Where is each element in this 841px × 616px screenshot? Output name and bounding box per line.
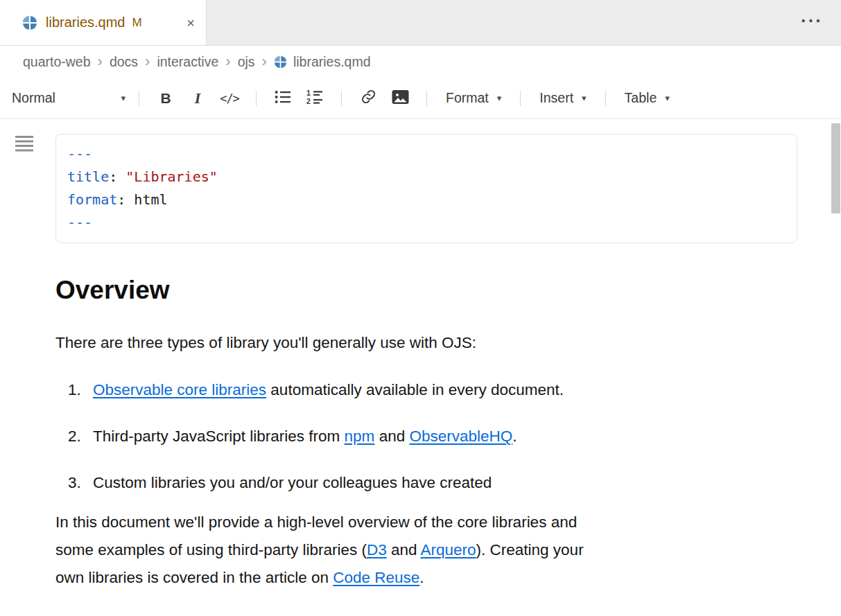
list-item-text: automatically available in every documen…	[266, 381, 564, 398]
numbered-list-icon: 1 2	[306, 89, 324, 107]
editor-content: --- title: "Libraries" format: html --- …	[0, 119, 841, 615]
closing-paragraph[interactable]: In this document we'll provide a high-le…	[55, 509, 797, 592]
link-code-reuse[interactable]: Code Reuse	[333, 569, 419, 586]
italic-button[interactable]: I	[182, 85, 214, 112]
list-item-1[interactable]: 1. Observable core libraries automatical…	[68, 381, 797, 399]
yaml-format-value: html	[134, 191, 167, 208]
chevron-right-icon: ›	[262, 54, 267, 69]
yaml-line: ---	[67, 143, 786, 166]
bold-button[interactable]: B	[150, 85, 182, 112]
formatting-toolbar: Normal ▾ B I </> 1 2	[0, 78, 841, 119]
table-menu-label: Table	[625, 90, 657, 106]
paragraph-text: ). Creating your	[476, 541, 584, 558]
list-number: 2.	[68, 428, 85, 446]
list-item-text: Custom libraries you and/or your colleag…	[93, 474, 492, 491]
yaml-delimiter: ---	[67, 146, 92, 162]
paragraph-text: .	[419, 569, 424, 586]
yaml-format-key: format	[67, 191, 117, 208]
bullet-list-button[interactable]	[267, 85, 299, 112]
image-button[interactable]	[384, 85, 416, 112]
breadcrumb-item-file[interactable]: libraries.qmd	[274, 54, 371, 70]
link-npm[interactable]: npm	[345, 428, 375, 445]
scrollbar-thumb[interactable]	[831, 123, 840, 213]
chevron-right-icon: ›	[225, 54, 230, 69]
paragraph-text: In this document we'll provide a high-le…	[55, 513, 577, 531]
toolbar-divider	[256, 91, 257, 106]
breadcrumb-item-quarto-web[interactable]: quarto-web	[23, 54, 91, 70]
breadcrumb-item-interactive[interactable]: interactive	[157, 54, 218, 70]
tab-title: libraries.qmd	[46, 15, 125, 30]
numbered-list-button[interactable]: 1 2	[299, 85, 331, 112]
tab-bar: libraries.qmd M × ···	[0, 0, 841, 46]
svg-text:1: 1	[306, 89, 311, 97]
toolbar-divider	[341, 91, 342, 106]
list-item-text: Third-party JavaScript libraries from	[93, 428, 345, 445]
code-icon: </>	[220, 91, 239, 105]
yaml-title-key: title	[67, 168, 109, 185]
paragraph-line: some examples of using third-party libra…	[55, 536, 797, 564]
link-icon	[361, 89, 376, 107]
paragraph-text: some examples of using third-party libra…	[55, 541, 367, 558]
toolbar-divider	[605, 91, 606, 106]
modified-badge: M	[132, 16, 141, 30]
yaml-colon: :	[117, 191, 134, 208]
paragraph-line: own libraries is covered in the article …	[55, 564, 797, 592]
bold-icon: B	[160, 90, 171, 107]
table-menu[interactable]: Table ▾	[616, 90, 678, 106]
yaml-line: format: html	[67, 188, 786, 211]
link-button[interactable]	[352, 85, 384, 112]
tab-libraries-qmd[interactable]: libraries.qmd M ×	[0, 0, 207, 45]
format-menu[interactable]: Format ▾	[437, 90, 510, 106]
yaml-colon: :	[109, 168, 125, 185]
toolbar-divider	[139, 91, 139, 106]
paragraph-line: In this document we'll provide a high-le…	[55, 509, 797, 536]
yaml-delimiter: ---	[67, 214, 92, 231]
outline-toggle-button[interactable]	[15, 136, 34, 155]
library-types-list: 1. Observable core libraries automatical…	[55, 381, 797, 492]
insert-menu[interactable]: Insert ▾	[531, 90, 594, 106]
breadcrumb: quarto-web › docs › interactive › ojs › …	[0, 46, 841, 78]
close-tab-icon[interactable]: ×	[187, 16, 195, 30]
yaml-front-matter-block[interactable]: --- title: "Libraries" format: html ---	[55, 134, 797, 243]
heading-overview[interactable]: Overview	[55, 275, 797, 306]
bullet-list-icon	[275, 90, 291, 107]
quarto-icon	[274, 55, 287, 69]
chevron-right-icon: ›	[98, 54, 103, 69]
outline-icon	[15, 145, 34, 155]
insert-menu-label: Insert	[539, 90, 573, 106]
breadcrumb-file-label: libraries.qmd	[293, 54, 371, 70]
list-item-text: and	[374, 428, 409, 445]
chevron-right-icon: ›	[145, 54, 150, 69]
svg-text:2: 2	[306, 97, 311, 105]
format-menu-label: Format	[446, 90, 489, 106]
toolbar-divider	[426, 91, 427, 106]
list-item-2[interactable]: 2. Third-party JavaScript libraries from…	[68, 428, 797, 446]
breadcrumb-item-ojs[interactable]: ojs	[238, 54, 255, 70]
breadcrumb-item-docs[interactable]: docs	[110, 54, 138, 70]
link-arquero[interactable]: Arquero	[421, 541, 476, 558]
intro-paragraph[interactable]: There are three types of library you'll …	[55, 333, 797, 352]
yaml-line: ---	[67, 211, 786, 234]
yaml-title-value: "Libraries"	[125, 168, 217, 185]
list-number: 3.	[68, 474, 85, 492]
yaml-line: title: "Libraries"	[67, 166, 786, 188]
more-actions-button[interactable]: ···	[801, 10, 823, 32]
paragraph-style-select[interactable]: Normal ▾	[12, 90, 128, 106]
chevron-down-icon: ▾	[665, 94, 670, 103]
list-number: 1.	[68, 381, 85, 399]
list-item-3[interactable]: 3. Custom libraries you and/or your coll…	[68, 474, 797, 492]
image-icon	[392, 89, 409, 107]
italic-icon: I	[195, 89, 201, 107]
code-button[interactable]: </>	[214, 85, 245, 112]
paragraph-text: and	[387, 541, 421, 558]
paragraph-style-value: Normal	[12, 90, 55, 106]
chevron-down-icon: ▾	[497, 94, 502, 103]
link-observablehq[interactable]: ObservableHQ	[409, 428, 512, 445]
link-observable-core-libraries[interactable]: Observable core libraries	[93, 381, 266, 398]
chevron-down-icon: ▾	[121, 94, 125, 103]
toolbar-divider	[520, 91, 521, 106]
quarto-icon	[22, 15, 37, 30]
link-d3[interactable]: D3	[367, 541, 387, 558]
list-item-text: .	[512, 428, 517, 445]
paragraph-text: own libraries is covered in the article …	[55, 569, 333, 586]
